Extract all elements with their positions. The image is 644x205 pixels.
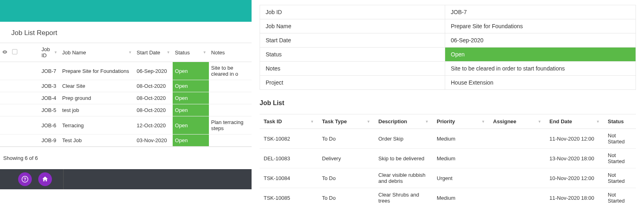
table-row[interactable]: JOB-9Test Job03-Nov-2020Open xyxy=(0,135,252,147)
cell-job-id: JOB-3 xyxy=(19,80,60,92)
cell-notes xyxy=(209,104,252,116)
left-panel: Job List Report Job ID▼ Job Name▼ Start … xyxy=(0,0,252,189)
sort-arrow-icon: ▼ xyxy=(167,50,170,54)
cell-assignee xyxy=(489,188,545,205)
column-header-start-date[interactable]: Start Date▼ xyxy=(134,43,173,62)
column-header-priority[interactable]: Priority▼ xyxy=(433,114,489,129)
eye-cell[interactable] xyxy=(0,116,10,135)
table-row[interactable]: TSK-10082To DoOrder SkipMedium11-Nov-202… xyxy=(260,129,636,149)
table-row[interactable]: JOB-7Prepare Site for Foundations06-Sep-… xyxy=(0,62,252,80)
table-row[interactable]: DEL-10083DeliverySkip to be deliveredMed… xyxy=(260,149,636,168)
detail-value: Prepare Site for Foundations xyxy=(445,19,636,33)
select-all-checkbox[interactable] xyxy=(12,49,17,54)
detail-label: Job Name xyxy=(260,19,445,33)
right-panel: Job ID JOB-7 Job Name Prepare Site for F… xyxy=(252,0,644,205)
eye-cell[interactable] xyxy=(0,80,10,92)
cell-task-id: TSK-10084 xyxy=(260,168,318,188)
detail-row-job-id: Job ID JOB-7 xyxy=(260,5,636,19)
question-icon: ? xyxy=(21,176,29,183)
cell-priority: Medium xyxy=(433,129,489,149)
cell-job-id: JOB-9 xyxy=(19,135,60,147)
eye-cell[interactable] xyxy=(0,135,10,147)
column-header-end-date[interactable]: End Date▼ xyxy=(545,114,604,129)
cell-start-date: 03-Nov-2020 xyxy=(134,135,173,147)
cell-status: Not Started xyxy=(604,188,636,205)
cell-task-id: TSK-10082 xyxy=(260,129,318,149)
detail-value-status: Open xyxy=(445,48,636,62)
cell-assignee xyxy=(489,129,545,149)
cell-job-id: JOB-6 xyxy=(19,116,60,135)
cell-priority: Medium xyxy=(433,149,489,168)
cell-assignee xyxy=(489,149,545,168)
eye-cell[interactable] xyxy=(0,92,10,104)
cell-task-id: TSK-10085 xyxy=(260,188,318,205)
sort-arrow-icon: ▼ xyxy=(481,120,485,124)
table-row[interactable]: JOB-4Prep ground08-Oct-2020Open xyxy=(0,92,252,104)
detail-label: Job ID xyxy=(260,5,445,19)
column-header-status[interactable]: Status xyxy=(604,114,636,129)
cell-start-date: 06-Sep-2020 xyxy=(134,62,173,80)
cell-job-name: Clear Site xyxy=(60,80,134,92)
cell-notes: Plan terracing steps xyxy=(209,116,252,135)
task-list-table: Task ID▼ Task Type▼ Description▼ Priorit… xyxy=(260,114,636,205)
checkbox-cell[interactable] xyxy=(10,62,19,80)
column-header-task-id[interactable]: Task ID▼ xyxy=(260,114,318,129)
eye-cell[interactable] xyxy=(0,104,10,116)
column-header-job-id[interactable]: Job ID▼ xyxy=(19,43,60,62)
checkbox-cell[interactable] xyxy=(10,92,19,104)
cell-start-date: 08-Oct-2020 xyxy=(134,80,173,92)
column-header-description[interactable]: Description▼ xyxy=(374,114,433,129)
eye-cell[interactable] xyxy=(0,62,10,80)
table-row[interactable]: JOB-5test job08-Oct-2020Open xyxy=(0,104,252,116)
cell-description: Order Skip xyxy=(374,129,433,149)
cell-task-type: To Do xyxy=(318,188,374,205)
column-header-task-type[interactable]: Task Type▼ xyxy=(318,114,374,129)
detail-label: Start Date xyxy=(260,33,445,48)
sort-arrow-icon: ▼ xyxy=(538,120,541,124)
cell-notes xyxy=(209,135,252,147)
column-header-notes[interactable]: Notes xyxy=(209,43,252,62)
sort-arrow-icon: ▼ xyxy=(54,50,58,54)
checkbox-column-header[interactable] xyxy=(10,43,19,62)
checkbox-cell[interactable] xyxy=(10,116,19,135)
home-button[interactable] xyxy=(38,172,52,186)
detail-row-job-name: Job Name Prepare Site for Foundations xyxy=(260,19,636,33)
cell-job-id: JOB-7 xyxy=(19,62,60,80)
cell-status: Open xyxy=(173,92,209,104)
checkbox-cell[interactable] xyxy=(10,104,19,116)
table-row[interactable]: TSK-10085To DoClear Shrubs and treesMedi… xyxy=(260,188,636,205)
table-row[interactable]: TSK-10084To DoClear visible rubbish and … xyxy=(260,168,636,188)
footer-divider xyxy=(63,169,64,189)
cell-status: Open xyxy=(173,104,209,116)
cell-notes: Site to be cleared in o xyxy=(209,62,252,80)
teal-header-bar xyxy=(0,0,252,22)
job-detail-table: Job ID JOB-7 Job Name Prepare Site for F… xyxy=(260,5,636,90)
record-count: Showing 6 of 6 xyxy=(0,147,252,169)
cell-notes xyxy=(209,80,252,92)
detail-value: 06-Sep-2020 xyxy=(445,33,636,48)
checkbox-cell[interactable] xyxy=(10,80,19,92)
cell-status: Open xyxy=(173,116,209,135)
checkbox-cell[interactable] xyxy=(10,135,19,147)
cell-job-name: Prepare Site for Foundations xyxy=(60,62,134,80)
cell-description: Clear visible rubbish and debris xyxy=(374,168,433,188)
cell-job-name: Prep ground xyxy=(60,92,134,104)
column-header-assignee[interactable]: Assignee▼ xyxy=(489,114,545,129)
table-row[interactable]: JOB-6Terracing12-Oct-2020OpenPlan terrac… xyxy=(0,116,252,135)
column-header-job-name[interactable]: Job Name▼ xyxy=(60,43,134,62)
cell-status: Not Started xyxy=(604,129,636,149)
cell-task-type: To Do xyxy=(318,168,374,188)
table-row[interactable]: JOB-3Clear Site08-Oct-2020Open xyxy=(0,80,252,92)
cell-status: Open xyxy=(173,62,209,80)
eye-column-header[interactable] xyxy=(0,43,10,62)
detail-label: Status xyxy=(260,48,445,62)
cell-status: Not Started xyxy=(604,149,636,168)
cell-task-type: To Do xyxy=(318,129,374,149)
cell-end-date: 13-Nov-2020 18:00 xyxy=(545,149,604,168)
cell-status: Open xyxy=(173,135,209,147)
eye-icon xyxy=(2,49,8,55)
sort-arrow-icon: ▼ xyxy=(203,50,206,54)
help-button[interactable]: ? xyxy=(18,172,32,186)
footer-toolbar: ? xyxy=(0,169,252,189)
column-header-status[interactable]: Status▼ xyxy=(173,43,209,62)
